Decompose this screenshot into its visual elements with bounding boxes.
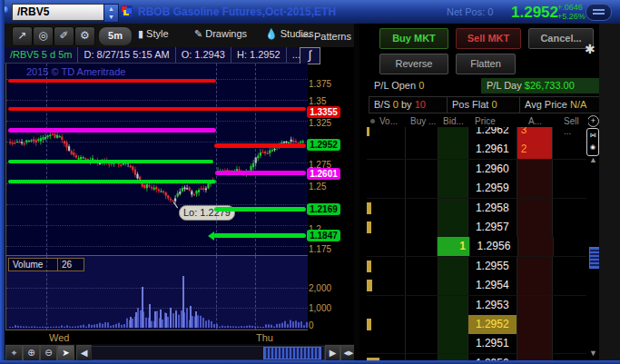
ladder-ask-cell[interactable]: [517, 296, 554, 315]
pan-icon[interactable]: ⌖: [5, 345, 23, 361]
window-menu-button[interactable]: [586, 4, 612, 21]
ladder-buy-cell[interactable]: [406, 276, 438, 295]
marker-icon[interactable]: ✐: [54, 26, 74, 46]
ladder-sell-cell[interactable]: [553, 257, 586, 276]
price-level-line[interactable]: [8, 107, 306, 111]
zoom-in-icon[interactable]: ⊕: [23, 345, 40, 361]
wrench-icon[interactable]: ⚙: [74, 26, 95, 46]
ladder-buy-cell[interactable]: [406, 199, 438, 218]
ladder-sell-cell[interactable]: [553, 199, 586, 218]
ladder-ask-cell[interactable]: [517, 315, 554, 334]
ladder-sell-cell[interactable]: [553, 160, 586, 179]
ladder-bid-cell[interactable]: 1: [438, 237, 470, 256]
chart-scrollbar-thumb[interactable]: [263, 347, 321, 359]
ladder-sell-cell[interactable]: [553, 218, 586, 237]
ladder-bid-cell[interactable]: [438, 315, 468, 334]
ladder-buy-cell[interactable]: [406, 179, 438, 198]
ladder-ask-cell[interactable]: [518, 237, 554, 256]
price-ladder[interactable]: 1.296231.296121.29601.29591.29581.295711…: [367, 121, 586, 360]
ladder-sell-cell[interactable]: [553, 334, 586, 353]
ladder-scroll-down[interactable]: ▼: [589, 349, 597, 358]
ladder-buy-cell[interactable]: [406, 237, 438, 256]
link-color-icon[interactable]: [121, 5, 133, 17]
price-level-line[interactable]: [214, 207, 306, 212]
ladder-sell-cell[interactable]: [554, 237, 586, 256]
ladder-ask-cell[interactable]: [517, 179, 554, 198]
ladder-ask-cell[interactable]: [517, 276, 554, 295]
ladder-bid-cell[interactable]: [438, 276, 468, 295]
zoom-out-icon[interactable]: ⊖: [40, 345, 57, 361]
recenter-lock-widget[interactable]: ⋈◉: [586, 128, 599, 156]
symbol-dropdown-button[interactable]: ▲▼: [103, 4, 119, 23]
gear-icon[interactable]: ✱: [585, 42, 595, 56]
ladder-price-cell[interactable]: 1.2959: [468, 179, 517, 198]
ladder-buy-cell[interactable]: [406, 334, 438, 353]
ladder-row[interactable]: 1.2958: [367, 199, 586, 219]
ladder-row[interactable]: 1.2960: [367, 160, 586, 180]
pos-flat[interactable]: Pos Flat 0: [447, 96, 522, 113]
ladder-bid-cell[interactable]: [438, 257, 468, 276]
ladder-ask-cell[interactable]: [517, 218, 554, 237]
ladder-sell-cell[interactable]: [553, 179, 586, 198]
ladder-price-cell[interactable]: 1.2958: [468, 199, 517, 218]
ladder-row[interactable]: 1.2954: [367, 276, 586, 296]
ladder-price-cell[interactable]: 1.2956: [470, 237, 518, 256]
price-level-line[interactable]: [8, 180, 216, 183]
price-level-line[interactable]: [214, 143, 306, 148]
ladder-price-cell[interactable]: 1.2953: [468, 296, 517, 315]
flatten-button[interactable]: Flatten: [456, 54, 516, 74]
ladder-ask-cell[interactable]: [517, 160, 554, 179]
ladder-price-cell[interactable]: 1.2950: [468, 354, 517, 360]
ladder-bid-cell[interactable]: [438, 179, 468, 198]
scroll-right-button[interactable]: ▶: [325, 345, 340, 361]
add-column-button[interactable]: +: [587, 115, 599, 127]
ladder-row[interactable]: 1.2950: [367, 354, 586, 360]
ladder-bid-cell[interactable]: [438, 140, 468, 159]
ladder-ask-cell[interactable]: [517, 334, 554, 353]
ladder-buy-cell[interactable]: [406, 140, 438, 159]
patterns-menu[interactable]: 〰Patterns: [301, 28, 351, 43]
ladder-scroll-up[interactable]: ▲: [589, 155, 597, 164]
ladder-bid-cell[interactable]: [438, 334, 468, 353]
target-icon[interactable]: ◎: [33, 26, 54, 46]
ladder-price-cell[interactable]: 1.2952: [468, 315, 517, 334]
ladder-row[interactable]: 1.2959: [367, 179, 586, 199]
ladder-row[interactable]: 1.2957: [367, 218, 586, 238]
price-level-line[interactable]: [8, 160, 213, 163]
ladder-row[interactable]: 1.2955: [367, 257, 586, 277]
ladder-price-cell[interactable]: 1.2960: [468, 160, 517, 179]
ladder-sell-cell[interactable]: [553, 296, 586, 315]
ladder-ask-cell[interactable]: [517, 199, 554, 218]
ladder-bid-cell[interactable]: [438, 199, 468, 218]
ladder-row[interactable]: 1.2952: [367, 315, 586, 335]
ladder-row[interactable]: 1.2953: [367, 296, 586, 316]
ladder-row[interactable]: 11.2956: [367, 237, 586, 257]
ladder-price-cell[interactable]: 1.2951: [468, 334, 517, 353]
ladder-buy-cell[interactable]: [406, 160, 438, 179]
ladder-sell-cell[interactable]: [553, 276, 586, 295]
ladder-sell-cell[interactable]: [553, 315, 586, 334]
ladder-price-cell[interactable]: 1.2954: [468, 276, 517, 295]
reverse-button[interactable]: Reverse: [379, 54, 448, 74]
ladder-bid-cell[interactable]: [438, 218, 468, 237]
ladder-price-cell[interactable]: 1.2957: [468, 218, 517, 237]
ladder-buy-cell[interactable]: [406, 296, 438, 315]
price-level-line[interactable]: [213, 233, 306, 238]
drawings-menu[interactable]: ✎Drawings: [194, 28, 247, 40]
ladder-ask-cell[interactable]: [517, 257, 554, 276]
ladder-buy-cell[interactable]: [406, 354, 438, 360]
ladder-sell-cell[interactable]: [553, 354, 586, 360]
ladder-bid-cell[interactable]: [438, 354, 468, 360]
symbol-input[interactable]: /RBV5: [12, 4, 109, 21]
ladder-price-cell[interactable]: 1.2955: [468, 257, 517, 276]
price-level-line[interactable]: [215, 171, 306, 175]
buy-mkt-button[interactable]: Buy MKT: [379, 28, 448, 49]
ladder-buy-cell[interactable]: [406, 315, 438, 334]
chart-style-icon[interactable]: ∫: [300, 47, 320, 64]
style-menu[interactable]: ▮Style: [138, 28, 169, 40]
ladder-ask-cell[interactable]: [517, 354, 554, 360]
price-level-line[interactable]: [8, 79, 216, 83]
export-icon[interactable]: ↗: [12, 26, 33, 46]
ladder-row[interactable]: 1.29612: [367, 140, 586, 160]
price-level-line[interactable]: [8, 128, 216, 133]
